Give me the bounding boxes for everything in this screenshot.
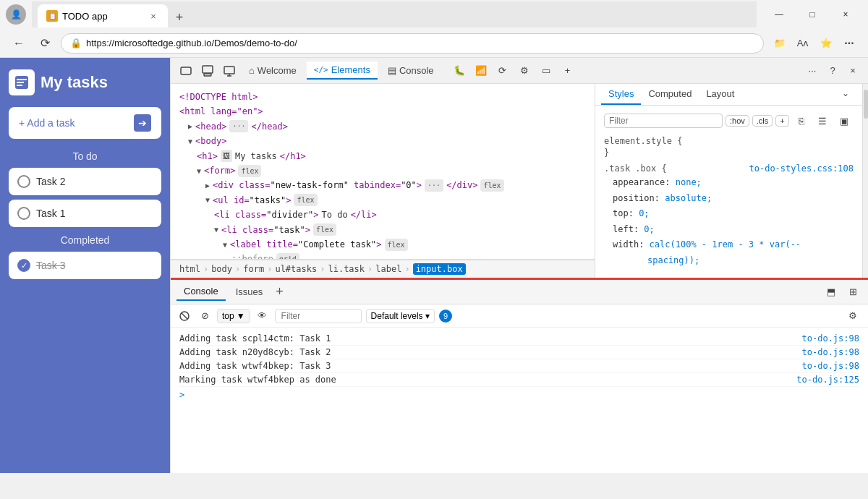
styles-tab-computed[interactable]: Computed [641, 84, 699, 105]
maximize-button[interactable]: □ [796, 0, 829, 29]
console-tab-console[interactable]: Console [176, 283, 226, 301]
more-tools-icon[interactable]: ··· [839, 33, 859, 54]
devtools-performance-icon[interactable]: ⟳ [493, 61, 512, 80]
breadcrumb-html[interactable]: html [179, 264, 200, 274]
breadcrumb-body[interactable]: body [211, 264, 232, 274]
breadcrumb-ul[interactable]: ul#tasks [275, 264, 317, 274]
style-rule-position: position: absolute; [604, 191, 854, 207]
console-link-2[interactable]: to-do.js:98 [802, 347, 859, 357]
new-tab-button[interactable]: + [169, 7, 190, 27]
html-line-head[interactable]: ▶ <head>··· </head> [179, 119, 586, 134]
console-filter-input[interactable] [275, 309, 362, 323]
task-checkbox-task1[interactable] [17, 207, 30, 220]
console-link-3[interactable]: to-do.js:98 [802, 361, 859, 371]
console-tab-issues[interactable]: Issues [229, 283, 271, 300]
devtools-close-icon[interactable]: × [843, 61, 862, 80]
url-bar[interactable]: 🔒 https://microsoftedge.github.io/Demos/… [61, 33, 764, 54]
console-clear-btn[interactable] [176, 308, 192, 324]
breadcrumb-li[interactable]: li.task [328, 264, 365, 274]
refresh-button[interactable]: ⟳ [35, 33, 55, 54]
style-rule-left: left: 0; [604, 222, 854, 238]
html-line-li-task[interactable]: ▼ <li class="task"> flex [179, 223, 586, 237]
task-checkbox-task3[interactable]: ✓ [17, 259, 30, 272]
console-link-1[interactable]: to-do.js:98 [802, 333, 859, 344]
console-line-4: Marking task wtwf4bkep as done to-do.js:… [179, 373, 859, 387]
devtools-more-tools-icon[interactable]: + [558, 61, 577, 80]
task-box-source-link[interactable]: to-do-styles.css:108 [749, 163, 854, 174]
devtools-settings-icon[interactable]: ⚙ [515, 61, 534, 80]
back-button[interactable]: ← [9, 33, 29, 54]
html-line-div-newform[interactable]: ▶ <div class="new-task-form" tabindex="0… [179, 178, 586, 192]
add-style-btn[interactable]: + [775, 115, 788, 127]
minimize-button[interactable]: — [762, 0, 796, 29]
form-triangle[interactable]: ▼ [197, 165, 201, 177]
url-text: https://microsoftedge.github.io/Demos/de… [86, 38, 754, 48]
console-prompt[interactable]: > [179, 387, 859, 400]
svg-rect-1 [17, 79, 27, 80]
cls-filter-btn[interactable]: .cls [752, 115, 773, 127]
collections-icon[interactable]: 📁 [770, 33, 790, 54]
devtools-sidebar-icon[interactable]: ▭ [537, 61, 556, 80]
tab-console[interactable]: ▤ Console [380, 62, 441, 79]
tab-welcome[interactable]: ⌂ Welcome [242, 62, 304, 79]
ul-triangle[interactable]: ▼ [205, 194, 210, 206]
devtools-network-icon[interactable]: 📶 [472, 61, 490, 80]
console-add-tab[interactable]: + [273, 284, 286, 299]
tab-close-button[interactable]: × [148, 10, 159, 22]
read-aloud-icon[interactable]: Aʌ [793, 33, 813, 54]
levels-dropdown[interactable]: Default levels ▾ [366, 309, 435, 323]
console-undock-icon[interactable]: ⬒ [822, 283, 841, 302]
styles-toggle-icon[interactable]: ▣ [835, 111, 854, 130]
html-line-body[interactable]: ▼ <body> [179, 134, 586, 148]
close-button[interactable]: × [829, 0, 862, 29]
html-line-ul[interactable]: ▼ <ul id="tasks"> flex [179, 193, 586, 208]
console-expand-icon[interactable]: ⊞ [843, 283, 862, 302]
styles-add-rule-icon[interactable]: ☰ [813, 111, 832, 130]
styles-copy-icon[interactable]: ⎘ [792, 111, 811, 130]
newform-triangle[interactable]: ▶ [205, 179, 210, 192]
label-triangle[interactable]: ▼ [223, 239, 227, 251]
console-badge-count: 9 [439, 310, 452, 323]
console-pause-btn[interactable]: ⊘ [197, 308, 213, 324]
devtools-screenshare-icon[interactable] [220, 61, 239, 80]
console-eye-btn[interactable]: 👁 [255, 308, 271, 324]
task-item-task1[interactable]: Task 1 [9, 200, 161, 227]
context-dropdown[interactable]: top ▼ [217, 309, 250, 323]
active-tab[interactable]: 📋 TODO app × [38, 4, 168, 27]
li-task-triangle[interactable]: ▼ [214, 223, 218, 236]
html-line-divider: <li class="divider">To do</li> [179, 208, 586, 222]
tab-favicon: 📋 [46, 10, 58, 22]
task-item-task3[interactable]: ✓ Task 3 [9, 252, 161, 279]
todo-app: My tasks + Add a task ➔ To do Task 2 Tas… [0, 58, 170, 473]
hover-filter-btn[interactable]: :hov [726, 115, 749, 127]
devtools-devices-icon[interactable] [176, 61, 195, 80]
body-triangle[interactable]: ▼ [188, 135, 192, 148]
console-settings-icon[interactable]: ⚙ [843, 307, 862, 325]
console-tab-label-top: Console [399, 65, 434, 76]
styles-tab-layout[interactable]: Layout [699, 84, 741, 105]
favorites-icon[interactable]: ⭐ [816, 33, 836, 54]
head-triangle[interactable]: ▶ [188, 120, 192, 132]
console-link-4[interactable]: to-do.js:125 [796, 375, 859, 385]
task-item-task2[interactable]: Task 2 [9, 168, 161, 195]
tab-elements[interactable]: </> Elements [307, 61, 378, 80]
add-task-button[interactable]: + Add a task ➔ [9, 107, 161, 139]
breadcrumb-form[interactable]: form [243, 264, 264, 274]
devtools-debugger-icon[interactable]: 🐛 [450, 61, 469, 80]
console-line-1: Adding task scpl14ctm: Task 1 to-do.js:9… [179, 332, 859, 346]
breadcrumb-label[interactable]: label [375, 264, 401, 274]
devtools-help-icon[interactable]: ? [823, 61, 842, 80]
styles-filter-input[interactable] [604, 114, 723, 128]
styles-tab-chevron[interactable]: ⌄ [835, 84, 856, 105]
console-toolbar: ⊘ top ▼ 👁 Default levels ▾ 9 ⚙ [171, 304, 868, 328]
task-checkbox-task2[interactable] [17, 175, 30, 188]
tab-title: TODO app [62, 11, 143, 22]
styles-tab-styles[interactable]: Styles [601, 84, 641, 105]
elements-tree[interactable]: <!DOCTYPE html> <html lang="en"> ▶ <head… [171, 84, 595, 260]
styles-scrollbar[interactable] [862, 84, 868, 278]
devtools-inspect-icon[interactable] [198, 61, 217, 80]
html-line-form[interactable]: ▼ <form> flex [179, 163, 586, 178]
html-line-label[interactable]: ▼ <label title="Complete task"> flex [179, 237, 586, 252]
breadcrumb-input[interactable]: input.box [413, 263, 466, 275]
devtools-overflow-icon[interactable]: ··· [803, 61, 822, 80]
